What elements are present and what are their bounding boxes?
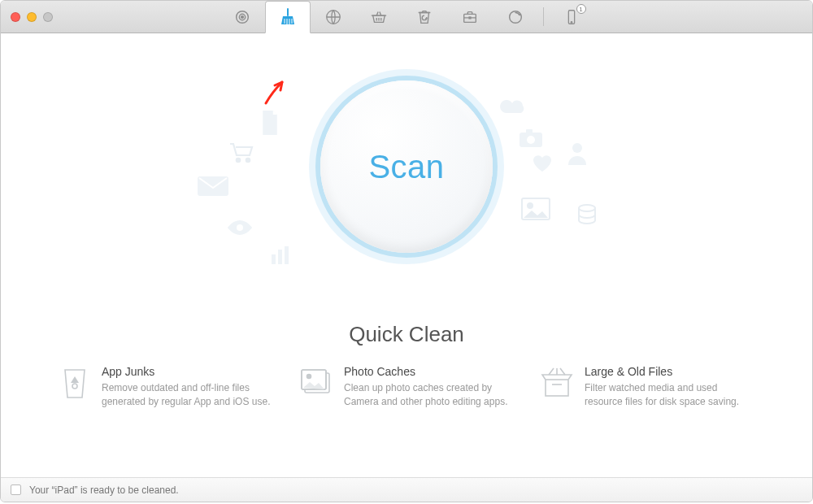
toolbar-divider: [543, 7, 544, 26]
tab-toolbox[interactable]: [447, 1, 493, 33]
scan-area: Scan: [1, 48, 812, 253]
status-checkbox[interactable]: [11, 484, 21, 495]
tab-optimize[interactable]: [493, 1, 538, 33]
main-content: Scan Quick Clean App Junks Remove outdat…: [1, 33, 812, 477]
svg-point-27: [307, 375, 311, 379]
zoom-window-button[interactable]: [43, 12, 53, 22]
spinner-icon: [506, 8, 524, 26]
card-desc: Filter watched media and used resource f…: [585, 381, 755, 410]
card-title: Photo Caches: [344, 365, 515, 378]
trash-recycle-icon: [415, 8, 433, 26]
tab-target[interactable]: [220, 1, 265, 33]
scan-button[interactable]: Scan: [320, 80, 493, 253]
svg-rect-28: [546, 380, 568, 396]
svg-point-2: [241, 15, 243, 18]
card-title: Large & Old Files: [585, 365, 755, 378]
tab-trash[interactable]: [402, 1, 447, 33]
toolbar: 1: [74, 1, 739, 33]
trash-icon: [58, 365, 92, 399]
status-bar: Your “iPad” is ready to be cleaned.: [1, 477, 812, 502]
toolbar-right-spacer: [739, 1, 812, 33]
broom-icon: [278, 7, 298, 27]
svg-rect-5: [469, 17, 471, 19]
box-icon: [539, 365, 575, 399]
card-desc: Clean up photo caches created by Camera …: [344, 381, 515, 410]
tab-downloads[interactable]: [356, 1, 402, 33]
svg-point-23: [72, 384, 77, 389]
minimize-window-button[interactable]: [27, 12, 37, 22]
window-controls: [1, 1, 74, 33]
briefcase-icon: [461, 8, 479, 26]
app-window: 1: [0, 0, 813, 502]
card-photo-caches: Photo Caches Clean up photo caches creat…: [298, 365, 515, 410]
feature-cards: App Junks Remove outdated and off-line f…: [1, 365, 812, 410]
svg-point-8: [571, 21, 572, 22]
card-title: App Junks: [102, 365, 274, 378]
tab-clean[interactable]: [265, 1, 311, 33]
basket-icon: [370, 8, 388, 26]
target-icon: [233, 8, 251, 26]
status-message: Your “iPad” is ready to be cleaned.: [29, 484, 179, 496]
card-app-junks: App Junks Remove outdated and off-line f…: [58, 365, 274, 410]
globe-icon: [324, 8, 342, 26]
photos-icon: [298, 365, 334, 399]
titlebar: 1: [1, 1, 812, 33]
toolbar-group: 1: [220, 1, 594, 33]
tab-internet[interactable]: [311, 1, 356, 33]
close-window-button[interactable]: [11, 12, 20, 22]
svg-rect-20: [272, 254, 276, 264]
card-desc: Remove outdated and off-line files gener…: [102, 381, 274, 410]
scan-button-label: Scan: [368, 149, 444, 185]
device-count-badge: 1: [576, 4, 586, 14]
section-title: Quick Clean: [349, 322, 464, 347]
tab-device[interactable]: 1: [549, 1, 594, 33]
card-large-old-files: Large & Old Files Filter watched media a…: [539, 365, 755, 410]
